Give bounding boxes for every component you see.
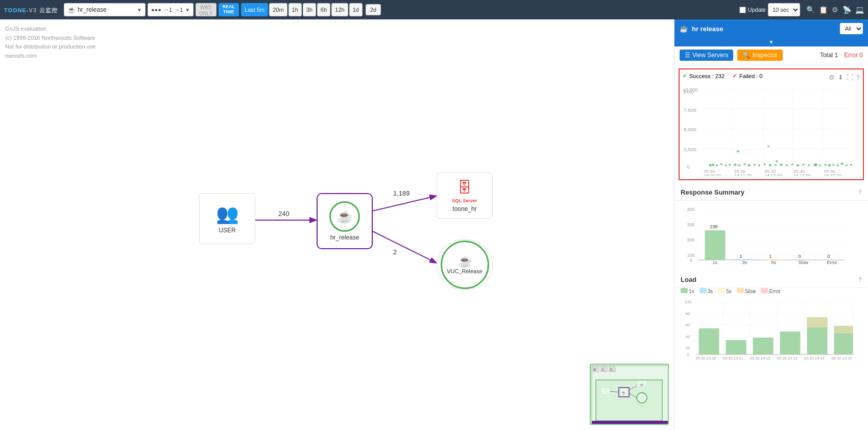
- chart-download-icon[interactable]: ⬇: [838, 74, 843, 81]
- svg-text:1: 1: [769, 254, 772, 259]
- load-chart: 100 80 60 40 20 0: [681, 297, 862, 353]
- settings-icon[interactable]: ⚙: [832, 6, 838, 14]
- svg-rect-128: [726, 340, 746, 354]
- svg-point-58: [776, 160, 778, 162]
- svg-point-44: [720, 163, 722, 165]
- update-checkbox-input[interactable]: [739, 7, 746, 13]
- inspector-icon: 🔍: [742, 52, 750, 59]
- svg-text:(ms): (ms): [684, 89, 694, 94]
- svg-text:14:12:40: 14:12:40: [764, 173, 782, 176]
- interval-select[interactable]: 10 sec 30 sec 1 min: [768, 3, 800, 16]
- time-2d[interactable]: 2d: [366, 4, 381, 15]
- user-label: USER: [219, 227, 235, 234]
- svg-text:0: 0: [799, 254, 801, 259]
- svg-rect-127: [699, 328, 719, 354]
- time-1d[interactable]: 1d: [349, 3, 363, 16]
- chart-help-icon[interactable]: ?: [856, 74, 860, 81]
- svg-text:14:15:10: 14:15:10: [824, 173, 841, 176]
- user-icon: 👥: [216, 203, 239, 225]
- service-selector[interactable]: ☕ hr_release ▼: [64, 3, 146, 16]
- svg-text:5s: 5s: [771, 260, 777, 265]
- svg-point-67: [825, 164, 827, 166]
- svg-text:1s: 1s: [713, 260, 718, 265]
- svg-point-41: [709, 164, 712, 166]
- svg-point-60: [786, 164, 788, 166]
- panel-collapse-arrow[interactable]: ▼: [674, 38, 868, 46]
- node-user[interactable]: 👥 USER: [199, 193, 255, 244]
- svg-text:40: 40: [686, 335, 690, 339]
- search-icon[interactable]: 🔍: [806, 6, 815, 14]
- time-6h[interactable]: 6h: [317, 3, 330, 16]
- time-3h[interactable]: 3h: [303, 3, 316, 16]
- chart-settings-icon[interactable]: ⚙: [829, 74, 835, 81]
- svg-point-57: [767, 146, 769, 148]
- svg-rect-94: [705, 230, 726, 260]
- response-summary-chart: 400 300 200 100 0 238 1s 1 3s: [674, 201, 868, 272]
- svg-point-51: [754, 164, 756, 166]
- svg-text:7,500: 7,500: [684, 108, 696, 112]
- chart-expand-icon[interactable]: ⛶: [847, 74, 853, 81]
- time-12h[interactable]: 12h: [331, 3, 348, 16]
- svg-point-55: [775, 164, 777, 166]
- svg-text:05-30 14:13: 05-30 14:13: [777, 356, 798, 361]
- legend-1s: 1s: [681, 288, 694, 294]
- node-hr-release[interactable]: ☕ hr_release: [317, 193, 373, 249]
- svg-text:14:11:25: 14:11:25: [734, 173, 752, 176]
- svg-text:Slow: Slow: [799, 260, 809, 265]
- svg-rect-130: [780, 331, 801, 354]
- svg-text:80: 80: [686, 312, 690, 316]
- time-20m[interactable]: 20m: [269, 3, 287, 16]
- main-content: GoJS evaluation (c) 1998-2016 Northwoods…: [0, 19, 868, 430]
- svg-point-62: [797, 164, 799, 166]
- node-vuc-release[interactable]: ☕ VUC_Release: [437, 239, 493, 290]
- svg-point-50: [748, 164, 750, 166]
- svg-point-70: [836, 164, 838, 166]
- svg-point-54: [769, 164, 771, 166]
- watermark: GoJS evaluation (c) 1998-2016 Northwoods…: [5, 25, 95, 60]
- legend-error: Error: [761, 288, 780, 294]
- svg-rect-24: [592, 421, 669, 424]
- legend-5s: 5s: [718, 288, 732, 294]
- svg-text:14:10:10: 14:10:10: [704, 173, 721, 176]
- was-only-button[interactable]: WAS ONLY: [196, 3, 216, 16]
- clipboard-icon[interactable]: 📋: [819, 6, 828, 14]
- scatter-chart: 10,000 (ms) 7,500 5,000 2,500 0: [683, 84, 860, 176]
- svg-point-46: [729, 164, 731, 166]
- svg-text:400: 400: [687, 207, 695, 212]
- svg-line-3: [373, 231, 438, 264]
- topology-canvas[interactable]: GoJS evaluation (c) 1998-2016 Northwoods…: [0, 19, 674, 430]
- tab-inspector[interactable]: 🔍 Inspector: [737, 50, 782, 61]
- svg-rect-132: [807, 317, 828, 327]
- svg-rect-134: [834, 326, 853, 333]
- legend-3s: 3s: [700, 288, 713, 294]
- svg-text:60: 60: [686, 323, 690, 327]
- java-icon: ☕: [67, 6, 76, 14]
- scatter-svg: 10,000 (ms) 7,500 5,000 2,500 0: [683, 84, 860, 176]
- realtime-button[interactable]: REAL TIME: [219, 3, 239, 16]
- load-svg: 100 80 60 40 20 0: [681, 297, 862, 364]
- time-last5m[interactable]: Last 5m: [241, 3, 268, 16]
- signal-icon[interactable]: 📡: [842, 6, 851, 14]
- node-sql-server[interactable]: 🗄 SQL Server toone_hr: [437, 173, 493, 219]
- svg-point-53: [763, 163, 765, 165]
- load-section: 1s 3s 5s Slow Error 100 80 60 40 20 0: [674, 288, 868, 357]
- svg-point-63: [802, 164, 804, 166]
- svg-text:300: 300: [687, 222, 695, 227]
- svg-point-52: [758, 164, 760, 166]
- svg-text:⊡: ⊡: [610, 368, 613, 371]
- vuc-circle: ☕ VUC_Release: [441, 241, 489, 289]
- svg-point-61: [791, 163, 793, 165]
- response-summary-help[interactable]: ?: [858, 189, 862, 196]
- tab-view-servers[interactable]: ☰ View Servers: [680, 50, 733, 61]
- svg-text:Error: Error: [827, 260, 837, 265]
- load-help[interactable]: ?: [858, 276, 862, 283]
- monitor-icon[interactable]: 💻: [855, 6, 864, 14]
- connections-indicator[interactable]: ●●● →1 →1 ▼: [148, 3, 194, 16]
- toolbar-action-icons: 🔍 📋 ⚙ 📡 💻: [806, 6, 864, 14]
- svg-text:1,189: 1,189: [393, 189, 410, 197]
- svg-point-72: [846, 164, 848, 166]
- time-1h[interactable]: 1h: [288, 3, 302, 16]
- minimap[interactable]: ☕ ☕ ⊞ ⊙ ⊡: [590, 364, 669, 425]
- update-checkbox-label[interactable]: Update: [739, 7, 766, 13]
- panel-filter-select[interactable]: All: [840, 23, 863, 34]
